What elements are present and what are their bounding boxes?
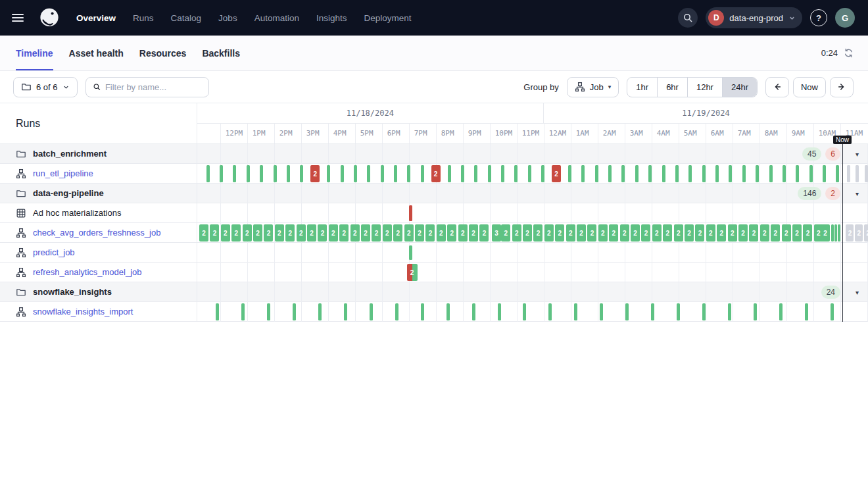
run-bar-success[interactable] [769, 165, 773, 182]
run-bar-success[interactable]: 2 [641, 224, 650, 242]
run-bar-failure[interactable]: 2 [552, 165, 561, 182]
run-bar-success[interactable] [327, 165, 330, 182]
run-bar-success[interactable]: 2 [297, 224, 306, 242]
run-bar-success[interactable] [421, 303, 424, 320]
run-bar-success[interactable]: 2 [210, 224, 219, 242]
run-bar-success[interactable] [409, 245, 412, 260]
user-avatar[interactable]: G [835, 8, 855, 28]
run-bar-success[interactable]: 3 [492, 224, 501, 242]
run-bar-success[interactable]: 2 [803, 224, 812, 242]
nav-item-catalog[interactable]: Catalog [171, 13, 202, 23]
run-bar-success[interactable] [233, 165, 236, 182]
run-bar-success[interactable] [541, 165, 544, 182]
run-bar-success[interactable] [729, 165, 732, 182]
run-bar-success[interactable]: 2 [329, 224, 338, 242]
run-bar-success[interactable]: 2 [447, 224, 456, 242]
run-bar-success[interactable] [595, 165, 598, 182]
run-bar-success[interactable] [523, 303, 526, 320]
job-name-link[interactable]: snowflake_insights_import [33, 307, 133, 317]
run-bar-success[interactable] [831, 303, 834, 320]
page-left-button[interactable] [765, 77, 789, 97]
tab-timeline[interactable]: Timeline [16, 36, 53, 70]
run-bar-success[interactable]: 2 [685, 224, 694, 242]
expand-caret-icon[interactable]: ▾ [853, 147, 861, 160]
run-bar-scheduled[interactable] [856, 165, 859, 182]
run-bar-success[interactable]: 2 [533, 224, 542, 242]
run-bar-success[interactable]: 2 [674, 224, 683, 242]
run-bar-success[interactable] [756, 165, 759, 182]
run-bar-success[interactable]: 2 [706, 224, 715, 242]
tab-resources[interactable]: Resources [139, 36, 187, 70]
nav-item-automation[interactable]: Automation [254, 13, 299, 23]
run-bar-scheduled[interactable]: 2 [846, 224, 854, 242]
tab-asset-health[interactable]: Asset health [69, 36, 124, 70]
run-bar-success[interactable] [809, 165, 813, 182]
menu-icon[interactable] [12, 11, 29, 24]
run-bar-success[interactable] [488, 165, 491, 182]
run-bar-success[interactable] [394, 165, 397, 182]
run-bar-success[interactable]: 2 [393, 224, 402, 242]
run-bar-success[interactable] [621, 165, 625, 182]
nav-item-jobs[interactable]: Jobs [218, 13, 237, 23]
run-bar-success[interactable]: 2 [458, 224, 468, 242]
run-bar-scheduled[interactable]: 2 [864, 224, 868, 242]
run-bar-success[interactable]: 2 [243, 224, 252, 242]
page-right-button[interactable] [830, 77, 854, 97]
run-bar-success[interactable]: 2 [760, 224, 769, 242]
help-button[interactable]: ? [810, 9, 827, 26]
range-1hr[interactable]: 1hr [627, 78, 657, 97]
run-bar-success[interactable]: 2 [404, 224, 414, 242]
run-bar-success[interactable]: 2 [555, 224, 564, 242]
run-bar-success[interactable]: 2 [771, 224, 780, 242]
run-bar-success[interactable]: 2 [598, 224, 608, 242]
run-bar-success[interactable]: 2 [415, 224, 424, 242]
run-bar-success[interactable]: 2 [512, 224, 521, 242]
run-bar-success[interactable] [367, 165, 370, 182]
run-bar-failure[interactable]: 2 [431, 165, 441, 182]
run-bar-success[interactable] [608, 165, 612, 182]
job-name-link[interactable]: check_avg_orders_freshness_job [33, 228, 160, 238]
job-name-link[interactable]: refresh_analytics_model_job [33, 267, 141, 277]
run-bar-success[interactable] [675, 165, 679, 182]
run-bar-success[interactable]: 2 [609, 224, 618, 242]
run-bar-success[interactable]: 2 [479, 224, 489, 242]
workspace-switcher[interactable]: D data-eng-prod [706, 7, 802, 28]
nav-item-runs[interactable]: Runs [133, 13, 154, 23]
run-bar-success[interactable]: 2 [738, 224, 748, 242]
run-bar-success[interactable] [728, 303, 731, 320]
run-bar-success[interactable]: 2 [264, 224, 273, 242]
run-bar-success[interactable] [742, 165, 746, 182]
run-bar-success[interactable]: 2 [318, 224, 327, 242]
job-name-link[interactable]: run_etl_pipeline [33, 168, 93, 178]
job-name-link[interactable]: predict_job [33, 247, 75, 257]
group-by-dropdown[interactable]: Job ▾ [567, 77, 619, 97]
run-bar-success[interactable]: 2 [361, 224, 370, 242]
run-bar-success[interactable]: 2 [425, 224, 435, 242]
run-bar-success[interactable]: 2 [717, 224, 726, 242]
run-bar-success[interactable] [568, 165, 571, 182]
run-bar-success[interactable] [461, 165, 464, 182]
run-bar-success[interactable]: 2 [199, 224, 208, 242]
run-bar-success[interactable] [287, 165, 290, 182]
run-bar-success[interactable] [831, 224, 834, 242]
run-bar-success[interactable] [635, 165, 639, 182]
run-bar-scheduled[interactable] [865, 165, 868, 182]
run-bar-success[interactable] [300, 165, 303, 182]
run-bar-success[interactable] [370, 303, 373, 320]
run-bar-success[interactable] [754, 303, 757, 320]
run-bar-success[interactable] [241, 303, 245, 320]
run-bar-success[interactable]: 2 [523, 224, 532, 242]
run-bar-success[interactable] [600, 303, 603, 320]
filter-name-input[interactable] [105, 82, 202, 92]
run-bar-success[interactable]: 2 [275, 224, 284, 242]
search-button[interactable] [678, 8, 698, 28]
repo-filter-button[interactable]: 6 of 6 [13, 77, 78, 97]
run-bar-success[interactable] [421, 165, 424, 182]
nav-item-insights[interactable]: Insights [316, 13, 347, 23]
run-bar-success[interactable] [688, 165, 692, 182]
run-bar-success[interactable]: 2 [587, 224, 596, 242]
range-12hr[interactable]: 12hr [687, 78, 722, 97]
run-bar-success[interactable] [260, 165, 263, 182]
run-bar-success[interactable] [648, 165, 652, 182]
run-bar-success[interactable]: 2 [285, 224, 295, 242]
